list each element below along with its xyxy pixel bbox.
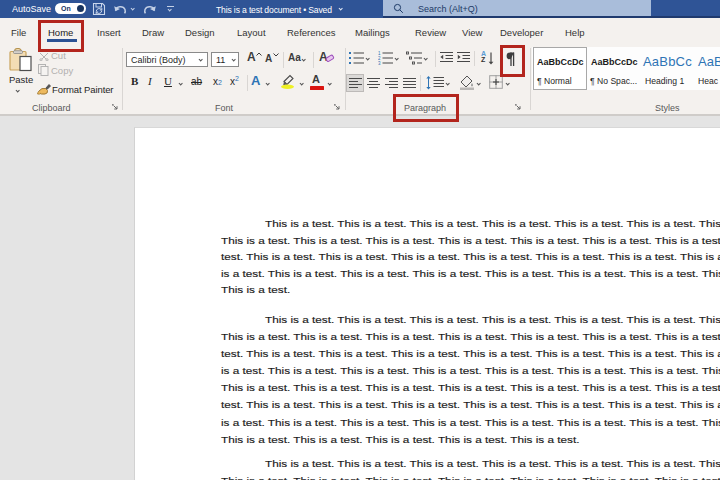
svg-text:3: 3 (378, 61, 381, 65)
